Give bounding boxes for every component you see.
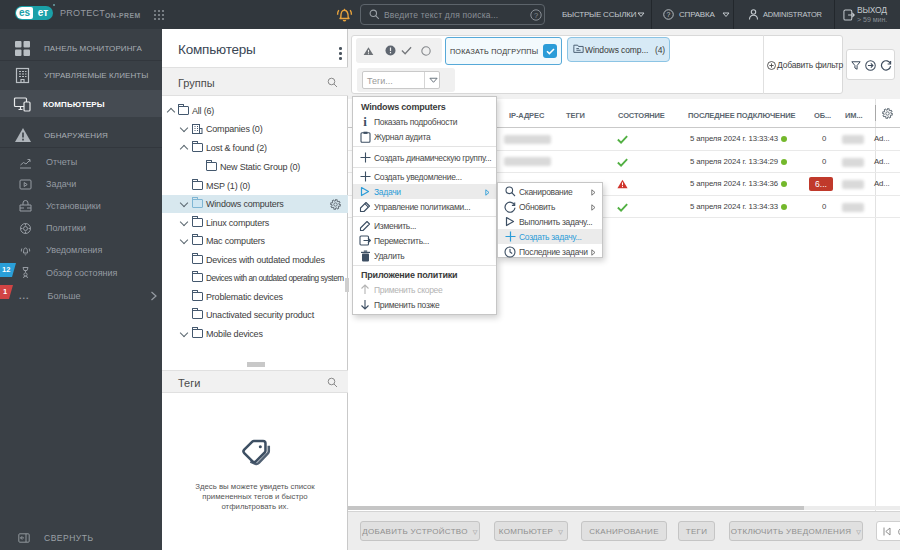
svg-text:?: ? <box>534 11 538 20</box>
svg-text:?: ? <box>667 11 671 18</box>
